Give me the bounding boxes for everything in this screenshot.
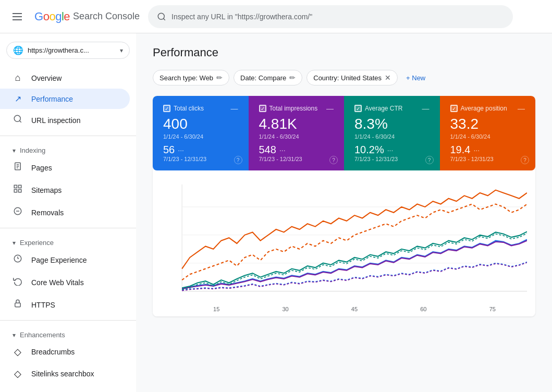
sidebar-item-label: Removals bbox=[31, 209, 64, 217]
help-icon[interactable]: ? bbox=[329, 156, 338, 164]
metric-checkbox[interactable] bbox=[450, 105, 458, 112]
chevron-icon: ▾ bbox=[13, 147, 16, 154]
metric-secondary-period: 7/1/23 - 12/31/23 bbox=[259, 156, 334, 162]
svg-point-0 bbox=[158, 13, 164, 19]
metric-dots: ··· bbox=[178, 146, 184, 154]
sidebar-item-label: Sitemaps bbox=[31, 186, 62, 194]
help-icon[interactable]: ? bbox=[425, 156, 434, 164]
svg-line-3 bbox=[19, 120, 21, 122]
edit-icon: ✏ bbox=[216, 74, 223, 82]
sidebar-item-core-web-vitals[interactable]: Core Web Vitals bbox=[0, 271, 130, 293]
sidebar-item-sitelinks-searchbox[interactable]: ◇ Sitelinks searchbox bbox=[0, 363, 130, 385]
filter-label: Country: United States bbox=[313, 74, 382, 82]
search-placeholder: Inspect any URL in "https://growthera.co… bbox=[171, 13, 312, 21]
sidebar-item-performance[interactable]: ↗ Performance bbox=[0, 89, 130, 109]
sidebar-item-url-inspection[interactable]: URL inspection bbox=[0, 109, 130, 131]
logo[interactable]: Google Search Console bbox=[34, 10, 140, 23]
sidebar-item-https[interactable]: HTTPS bbox=[0, 293, 130, 316]
site-selector[interactable]: 🌐 https://growthera.c... ▾ bbox=[6, 42, 130, 59]
app-body: 🌐 https://growthera.c... ▾ ⌂ Overview ↗ … bbox=[0, 33, 552, 392]
svg-rect-10 bbox=[14, 190, 17, 192]
metric-secondary-value: 10.2% bbox=[354, 144, 384, 156]
metric-secondary-period: 7/1/23 - 12/31/23 bbox=[163, 156, 238, 162]
core-web-vitals-icon bbox=[13, 276, 23, 288]
divider bbox=[0, 228, 136, 228]
svg-rect-11 bbox=[19, 190, 21, 192]
metric-card-average-ctr[interactable]: Average CTR — 8.3% 1/1/24 - 6/30/24 10.2… bbox=[344, 96, 440, 170]
filter-chip-search-type[interactable]: Search type: Web ✏ bbox=[153, 70, 229, 85]
chevron-down-icon: ▾ bbox=[120, 47, 123, 54]
remove-filter-icon[interactable]: ✕ bbox=[385, 74, 391, 82]
metric-label: Total clicks bbox=[174, 105, 228, 112]
svg-rect-17 bbox=[15, 303, 21, 307]
metric-dots: ··· bbox=[473, 146, 480, 154]
metric-primary-period: 1/1/24 - 6/30/24 bbox=[450, 133, 525, 140]
divider bbox=[0, 320, 136, 321]
sidebar-item-removals[interactable]: Removals bbox=[0, 201, 130, 224]
metric-card-total-impressions[interactable]: Total impressions — 4.81K 1/1/24 - 6/30/… bbox=[249, 96, 345, 170]
section-label: Indexing bbox=[20, 146, 45, 154]
sidebar-item-overview[interactable]: ⌂ Overview bbox=[0, 67, 130, 89]
metric-primary-value: 8.3% bbox=[354, 116, 430, 132]
sidebar-item-page-experience[interactable]: Page Experience bbox=[0, 249, 130, 271]
sidebar-item-label: Page Experience bbox=[31, 256, 87, 264]
svg-point-2 bbox=[14, 115, 20, 121]
chevron-icon: ▾ bbox=[13, 332, 16, 339]
help-icon[interactable]: ? bbox=[234, 156, 242, 164]
sitemaps-icon bbox=[13, 184, 23, 196]
metric-primary-value: 4.81K bbox=[259, 116, 334, 132]
sidebar-item-label: Core Web Vitals bbox=[31, 278, 84, 287]
metric-primary-value: 400 bbox=[163, 116, 238, 132]
experience-section-header[interactable]: ▾ Experience bbox=[0, 232, 136, 249]
sidebar-item-pages[interactable]: Pages bbox=[0, 156, 130, 179]
removals-icon bbox=[13, 206, 23, 218]
performance-icon: ↗ bbox=[13, 94, 23, 104]
sidebar-item-label: HTTPS bbox=[31, 301, 55, 309]
edit-icon: ✏ bbox=[289, 74, 296, 82]
metric-card-total-clicks[interactable]: Total clicks — 400 1/1/24 - 6/30/24 56 ·… bbox=[153, 96, 249, 170]
add-filter-button[interactable]: + New bbox=[402, 71, 430, 85]
sitelinks-icon: ◇ bbox=[13, 368, 23, 379]
inspect-icon bbox=[13, 114, 23, 126]
metric-checkbox[interactable] bbox=[163, 105, 170, 112]
indexing-section-header[interactable]: ▾ Indexing bbox=[0, 140, 136, 156]
sidebar-item-breadcrumbs[interactable]: ◇ Breadcrumbs bbox=[0, 341, 130, 363]
metric-dots: ··· bbox=[387, 146, 394, 154]
metric-dash: — bbox=[518, 104, 525, 113]
page-title: Performance bbox=[153, 46, 535, 59]
x-label: 30 bbox=[278, 306, 293, 312]
main-content: Performance Search type: Web ✏ Date: Com… bbox=[136, 33, 552, 392]
section-label: Experience bbox=[20, 239, 54, 247]
filter-chip-date[interactable]: Date: Compare ✏ bbox=[234, 70, 302, 85]
url-search-bar[interactable]: Inspect any URL in "https://growthera.co… bbox=[148, 5, 513, 28]
metric-dots: ··· bbox=[279, 146, 286, 154]
filter-label: Search type: Web bbox=[160, 74, 213, 82]
filter-label: Date: Compare bbox=[240, 74, 286, 82]
metric-secondary-period: 7/1/23 - 12/31/23 bbox=[354, 156, 430, 162]
metric-primary-period: 1/1/24 - 6/30/24 bbox=[259, 133, 334, 140]
https-icon bbox=[13, 299, 23, 311]
search-icon bbox=[157, 12, 166, 21]
app-header: Google Search Console Inspect any URL in… bbox=[0, 0, 552, 33]
section-label: Enhancements bbox=[20, 331, 65, 339]
sidebar-item-label: Overview bbox=[31, 74, 62, 82]
filter-chip-country[interactable]: Country: United States ✕ bbox=[306, 70, 398, 85]
svg-rect-9 bbox=[19, 185, 21, 188]
enhancements-section-header[interactable]: ▾ Enhancements bbox=[0, 325, 136, 341]
metric-checkbox[interactable] bbox=[354, 105, 362, 112]
globe-icon: 🌐 bbox=[13, 45, 23, 55]
metric-checkbox[interactable] bbox=[259, 105, 266, 112]
x-label: 75 bbox=[485, 306, 500, 312]
sidebar: 🌐 https://growthera.c... ▾ ⌂ Overview ↗ … bbox=[0, 33, 136, 392]
help-icon[interactable]: ? bbox=[521, 156, 529, 164]
performance-chart: 15 30 45 60 75 bbox=[153, 170, 535, 316]
metric-card-average-position[interactable]: Average position — 33.2 1/1/24 - 6/30/24… bbox=[440, 96, 536, 170]
metric-label: Average CTR bbox=[365, 105, 419, 112]
sidebar-item-sitemaps[interactable]: Sitemaps bbox=[0, 179, 130, 201]
menu-button[interactable] bbox=[8, 9, 26, 24]
metric-primary-value: 33.2 bbox=[450, 116, 525, 132]
page-experience-icon bbox=[13, 254, 23, 266]
metric-primary-period: 1/1/24 - 6/30/24 bbox=[354, 133, 430, 140]
filter-bar: Search type: Web ✏ Date: Compare ✏ Count… bbox=[153, 70, 535, 85]
metrics-chart-container: Total clicks — 400 1/1/24 - 6/30/24 56 ·… bbox=[153, 96, 535, 316]
